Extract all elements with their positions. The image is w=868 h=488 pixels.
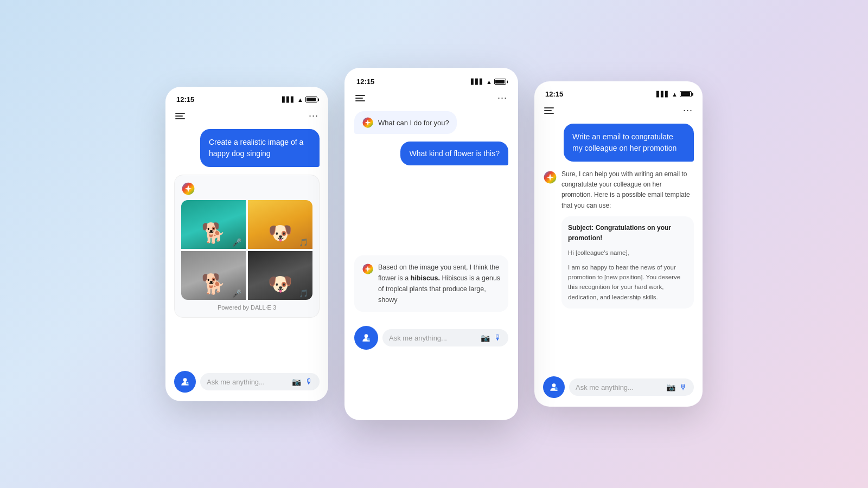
hamburger-menu-right[interactable] xyxy=(544,107,554,114)
dog-silhouette-1: 🐕 xyxy=(201,222,226,245)
input-bar-mid: Ask me anything... 📷 🎙 xyxy=(354,320,508,350)
mic-silhouette-1: 🎤 xyxy=(232,238,241,247)
nav-bar-mid: ··· xyxy=(354,92,508,104)
gemini-logo-mid-greeting xyxy=(362,117,374,129)
camera-icon-left[interactable]: 📷 xyxy=(292,377,301,386)
camera-icon-right[interactable]: 📷 xyxy=(666,383,675,391)
nav-bar-right: ··· xyxy=(543,105,694,116)
email-salutation: Hi [colleague's name], xyxy=(568,248,687,258)
status-bar-left: 12:15 ▋▋▋ ▲ xyxy=(174,95,320,104)
dog-silhouette-3: 🐕 xyxy=(201,273,226,296)
wifi-icon-mid: ▲ xyxy=(486,79,492,85)
more-menu-mid[interactable]: ··· xyxy=(497,92,507,104)
dog-img-3: 🐕 🎤 xyxy=(181,251,246,300)
signal-icon-left: ▋▋▋ xyxy=(282,97,295,102)
status-time-left: 12:15 xyxy=(176,95,194,104)
phone-right: 12:15 ▋▋▋ ▲ ··· Write an email to congra… xyxy=(534,81,703,407)
more-menu-right[interactable]: ··· xyxy=(683,105,693,116)
dog-silhouette-2: 🐶 xyxy=(268,222,292,245)
avatar-icon-right xyxy=(548,382,559,393)
battery-icon-right xyxy=(680,91,692,97)
ai-email-response-wrapper: Sure, I can help you with writing an ema… xyxy=(543,169,694,309)
wifi-icon-left: ▲ xyxy=(297,97,303,103)
status-time-right: 12:15 xyxy=(545,90,563,98)
nav-bar-left: ··· xyxy=(174,110,320,121)
input-placeholder-right: Ask me anything... xyxy=(576,383,666,391)
email-template-card: Subject: Congratulations on your promoti… xyxy=(561,216,694,309)
input-icons-left: 📷 🎙 xyxy=(292,377,313,386)
ai-avatar-btn-mid[interactable] xyxy=(354,326,378,350)
input-bar-right: Ask me anything... 📷 🎙 xyxy=(543,371,694,398)
mic-icon-right[interactable]: 🎙 xyxy=(680,383,687,391)
more-menu-left[interactable]: ··· xyxy=(309,110,318,121)
dog-img-2: 🐶 🎵 xyxy=(248,200,312,249)
battery-icon-mid xyxy=(494,79,506,85)
dog-img-4: 🐶 🎵 xyxy=(248,251,312,300)
hamburger-menu-mid[interactable] xyxy=(355,95,365,101)
input-bar-left: Ask me anything... 📷 🎙 xyxy=(174,365,320,393)
input-placeholder-left: Ask me anything... xyxy=(207,378,292,386)
avatar-icon-left xyxy=(180,376,190,387)
ai-email-content: Sure, I can help you with writing an ema… xyxy=(561,169,694,309)
email-subject: Subject: Congratulations on your promoti… xyxy=(568,223,687,243)
input-field-right[interactable]: Ask me anything... 📷 🎙 xyxy=(569,378,694,396)
input-placeholder-mid: Ask me anything... xyxy=(389,334,481,342)
input-icons-right: 📷 🎙 xyxy=(666,383,687,391)
svg-point-5 xyxy=(365,334,368,338)
mic-silhouette-3: 🎤 xyxy=(232,289,241,298)
input-field-left[interactable]: Ask me anything... 📷 🎙 xyxy=(200,373,320,390)
status-icons-mid: ▋▋▋ ▲ xyxy=(471,79,506,85)
ai-flower-response: Based on the image you sent, I think the… xyxy=(354,255,508,312)
ai-greeting-bubble: What can I do for you? xyxy=(354,111,457,134)
dog-image-grid: 🐕 🎤 🐶 🎵 🐕 🎤 🐶 🎵 xyxy=(181,200,312,300)
email-body-text: I am so happy to hear the news of your p… xyxy=(568,262,687,303)
ai-header-left xyxy=(181,182,312,196)
dog-silhouette-4: 🐶 xyxy=(268,273,292,296)
hibiscus-bold: hibiscus. xyxy=(411,274,440,282)
powered-by-label: Powered by DALL·E 3 xyxy=(181,304,312,311)
mic-silhouette-4: 🎵 xyxy=(299,289,308,298)
svg-point-1 xyxy=(183,378,187,382)
wifi-icon-right: ▲ xyxy=(672,91,678,98)
input-icons-mid: 📷 🎙 xyxy=(481,333,502,342)
mic-silhouette-2: 🎵 xyxy=(299,238,308,247)
signal-icon-mid: ▋▋▋ xyxy=(471,79,484,85)
ai-avatar-btn-right[interactable] xyxy=(543,376,565,398)
phone-left: 12:15 ▋▋▋ ▲ ··· Create a realistic image… xyxy=(165,87,328,401)
gemini-logo-right xyxy=(543,170,557,184)
ai-greeting-text: What can I do for you? xyxy=(378,119,449,127)
flower-question-bubble: What kind of flower is this? xyxy=(400,142,508,165)
input-field-mid[interactable]: Ask me anything... 📷 🎙 xyxy=(382,329,508,346)
camera-icon-mid[interactable]: 📷 xyxy=(481,333,490,342)
avatar-icon-mid xyxy=(361,332,372,343)
gemini-logo-left xyxy=(181,182,195,196)
battery-icon-left xyxy=(305,97,317,102)
signal-icon-right: ▋▋▋ xyxy=(656,91,669,97)
svg-point-6 xyxy=(367,338,370,341)
status-bar-right: 12:15 ▋▋▋ ▲ xyxy=(543,90,694,98)
phone-mid: 12:15 ▋▋▋ ▲ ··· xyxy=(344,68,518,420)
status-bar-mid: 12:15 ▋▋▋ ▲ xyxy=(354,78,508,86)
hamburger-menu-left[interactable] xyxy=(175,113,185,119)
gemini-logo-mid-response xyxy=(362,263,374,275)
status-time-mid: 12:15 xyxy=(356,78,374,86)
flower-response-text-wrap: Based on the image you sent, I think the… xyxy=(378,262,501,305)
mic-icon-mid[interactable]: 🎙 xyxy=(494,333,502,342)
ai-avatar-btn-left[interactable] xyxy=(174,371,196,393)
user-message-right: Write an email to congratulate my collea… xyxy=(564,124,694,162)
ai-image-response: 🐕 🎤 🐶 🎵 🐕 🎤 🐶 🎵 Powered by DALL·E 3 xyxy=(174,175,320,318)
user-message-left: Create a realistic image of a happy dog … xyxy=(200,129,320,167)
dog-img-1: 🐕 🎤 xyxy=(181,200,246,249)
mic-icon-left[interactable]: 🎙 xyxy=(305,377,313,386)
svg-point-8 xyxy=(552,383,556,387)
status-icons-right: ▋▋▋ ▲ xyxy=(656,91,692,98)
svg-point-9 xyxy=(555,387,558,390)
status-icons-left: ▋▋▋ ▲ xyxy=(282,97,317,103)
ai-email-intro: Sure, I can help you with writing an ema… xyxy=(561,169,694,211)
